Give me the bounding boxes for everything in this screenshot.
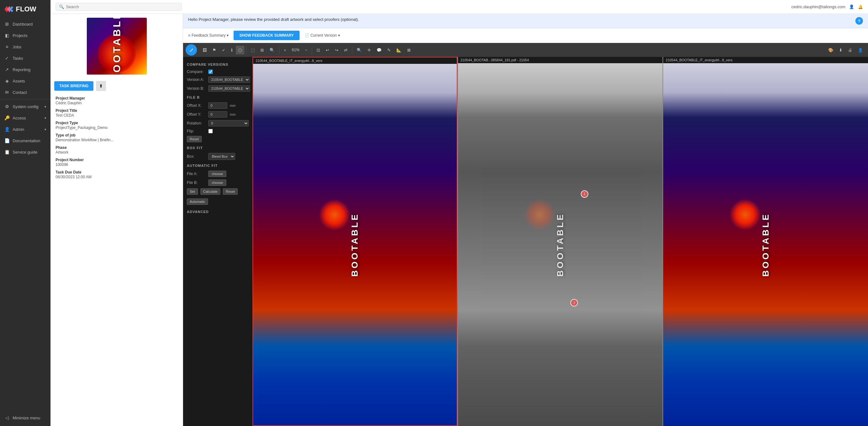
offset-y-input[interactable] — [208, 111, 227, 118]
sidebar-item-admin[interactable]: 👤 Admin ▾ — [0, 123, 51, 135]
type-of-job-value: Demonstration Workflow | Briefin... — [56, 138, 178, 142]
annotation-button[interactable]: ⚑ — [210, 46, 219, 54]
compare-checkbox[interactable] — [208, 69, 213, 74]
offset-x-label: Offset X: — [187, 103, 206, 108]
automatic-button[interactable]: Automatic — [187, 198, 208, 205]
sidebar-item-label: Minimize menu — [12, 416, 40, 420]
pan-button[interactable]: ✛ — [365, 46, 373, 54]
current-version-link[interactable]: 📄 Current Version ▾ — [305, 33, 340, 37]
print-button[interactable]: 🖨 — [845, 46, 855, 54]
flip-button[interactable]: ⇄ — [342, 46, 350, 54]
undo-button[interactable]: ↩ — [323, 46, 332, 54]
version-a-row: Version A: 210544_BOOTABLE — [187, 77, 249, 83]
sidebar-item-service-guide[interactable]: 📋 Service guide — [0, 146, 51, 158]
redo-button[interactable]: ↪ — [332, 46, 341, 54]
download-button[interactable]: ⬇ — [836, 46, 845, 54]
task-briefing-button[interactable]: TASK BRIEFING — [54, 81, 93, 91]
flip-checkbox[interactable] — [208, 129, 213, 133]
current-version-label: Current Version — [311, 33, 337, 37]
show-feedback-button[interactable]: SHOW FEEDBACK SUMMARY — [234, 31, 299, 40]
automatic-btn-row: Automatic — [187, 198, 249, 206]
sidebar-item-minimize[interactable]: ◁ Minimize menu — [0, 412, 51, 424]
file-b-section-title: FILE B — [187, 95, 249, 99]
notification-message: Hello Project Manager, please review the… — [188, 17, 359, 22]
annotation-2[interactable]: 2 — [570, 299, 578, 307]
toolbar-separator — [279, 46, 279, 54]
project-type-label: Project Type — [56, 121, 178, 125]
search-input[interactable] — [66, 4, 178, 9]
magnify-button[interactable]: 🔍 — [354, 46, 364, 54]
project-number-label: Project Number — [56, 158, 178, 162]
crop-button[interactable]: ⊠ — [405, 46, 413, 54]
comment-button[interactable]: 💬 — [374, 46, 384, 54]
file-a-choose-button[interactable]: choose — [208, 171, 226, 177]
sidebar-item-documentation[interactable]: 📄 Documentation — [0, 135, 51, 146]
compare-panel: COMPARE VERSIONS Compare: Version A: 210… — [183, 57, 252, 426]
content-area: BOOTABLE TASK BRIEFING ⬆ Project Manager… — [51, 14, 868, 426]
search-box[interactable]: 🔍 — [56, 3, 182, 11]
rotation-label: Rotation: — [187, 121, 206, 125]
offset-y-row: Offset Y: mm — [187, 111, 249, 118]
expand-button[interactable]: ⤢ — [186, 44, 197, 56]
file-a-auto-row: File A: choose — [187, 171, 249, 177]
reset-button[interactable]: Reset — [187, 136, 202, 142]
notification-bar: Hello Project Manager, please review the… — [183, 14, 868, 28]
sidebar-item-projects[interactable]: ◧ Projects — [0, 30, 51, 41]
sidebar-item-assets[interactable]: ◈ Assets — [0, 75, 51, 87]
project-title-label: Project Title — [56, 108, 178, 113]
search-view-button[interactable]: 🔍 — [267, 46, 277, 54]
sidebar-item-system-config[interactable]: ⚙ System config ▾ — [0, 101, 51, 112]
mm-unit: mm — [230, 113, 236, 116]
annotation-1[interactable]: 1 — [581, 190, 588, 198]
doc-view-1-canvas[interactable]: BOOTABLE — [252, 64, 457, 426]
notifications-icon[interactable]: 🔔 — [858, 4, 863, 9]
layers-button[interactable]: ⬡ — [236, 46, 244, 54]
box-label: Box: — [187, 154, 206, 159]
box-row: Box: Bleed Box — [187, 153, 249, 160]
fit-page-button[interactable]: ⊡ — [314, 46, 322, 54]
compare-versions-title: COMPARE VERSIONS — [187, 63, 249, 66]
doc-view-3-canvas[interactable]: BOOTABLE — [663, 63, 868, 426]
feedback-summary-link[interactable]: ≡ Feedback Summary ▾ — [188, 33, 228, 37]
document-views: 210544_BOOTABLE_IT_energydrl...8_vers BO… — [252, 57, 868, 426]
zoom-out-button[interactable]: − — [303, 46, 310, 54]
info-button[interactable]: ℹ — [228, 46, 235, 54]
chevron-down-icon: ▾ — [44, 116, 46, 120]
viewer-toolbar: ⤢ 🖼 ⚑ ✓ ℹ ⬡ ⬚ ⊞ 🔍 + 61% − ⊡ ↩ ↪ ⇄ — [183, 43, 868, 57]
rotation-row: Rotation: 0 — [187, 120, 249, 126]
doc-view-1-header: 210544_BOOTABLE_IT_energydrl...8_vers — [252, 57, 457, 64]
image-tool-button[interactable]: 🖼 — [200, 46, 209, 54]
version-a-select[interactable]: 210544_BOOTABLE — [208, 77, 250, 83]
sidebar-item-access[interactable]: 🔑 Access ▾ — [0, 112, 51, 123]
offset-x-input[interactable] — [208, 103, 227, 109]
documentation-icon: 📄 — [4, 138, 9, 143]
sidebar-item-jobs[interactable]: ≡ Jobs — [0, 41, 51, 53]
split-view-button[interactable]: ⬚ — [248, 46, 257, 54]
access-icon: 🔑 — [4, 115, 9, 120]
sidebar-item-dashboard[interactable]: ⊞ Dashboard — [0, 18, 51, 30]
doc-view-2-canvas[interactable]: BOOTABLE 1 2 — [458, 63, 663, 426]
box-select[interactable]: Bleed Box — [208, 153, 235, 160]
sidebar-item-tasks[interactable]: ✓ Tasks — [0, 53, 51, 64]
project-manager-label: Project Manager — [56, 96, 178, 101]
reset2-button[interactable]: Reset — [223, 188, 238, 195]
rotation-select[interactable]: 0 — [208, 120, 249, 126]
sidebar-item-label: Projects — [12, 33, 27, 38]
toolbar-separator — [312, 46, 312, 54]
file-b-choose-button[interactable]: choose — [208, 179, 226, 186]
upload-icon-button[interactable]: ⬆ — [96, 81, 106, 91]
user-profile-icon[interactable]: 👤 — [849, 4, 854, 9]
sidebar-item-reporting[interactable]: ↗ Reporting — [0, 64, 51, 75]
zoom-in-button[interactable]: + — [281, 46, 289, 54]
pen-button[interactable]: ✎ — [385, 46, 393, 54]
color-picker-button[interactable]: 🎨 — [826, 46, 836, 54]
check-button[interactable]: ✓ — [219, 46, 228, 54]
user-settings-button[interactable]: 👤 — [856, 46, 866, 54]
calculate-button[interactable]: Calculate — [200, 188, 221, 195]
sidebar-item-contact[interactable]: ✉ Contact — [0, 87, 51, 98]
grid-view-button[interactable]: ⊞ — [258, 46, 267, 54]
set-button[interactable]: Set — [187, 188, 198, 195]
version-b-select[interactable]: 210544_BOOTABLE — [208, 85, 250, 92]
measure-button[interactable]: 📐 — [394, 46, 404, 54]
chevron-down-icon: ▾ — [338, 33, 340, 37]
